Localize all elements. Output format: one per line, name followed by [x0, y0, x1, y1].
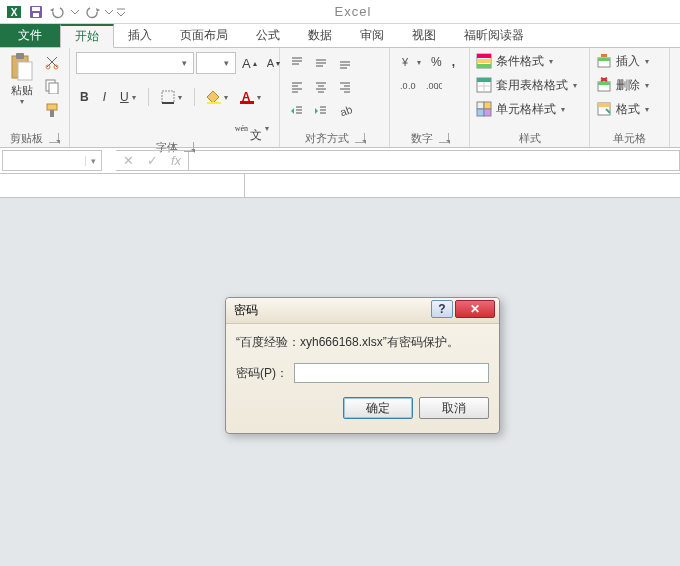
- svg-rect-4: [33, 13, 39, 17]
- enter-formula-icon[interactable]: ✓: [140, 153, 164, 168]
- percent-button[interactable]: %: [427, 52, 446, 72]
- format-as-table-button[interactable]: 套用表格格式▾: [474, 74, 579, 96]
- redo-icon[interactable]: [82, 2, 102, 22]
- svg-rect-66: [601, 54, 607, 57]
- formula-bar-extension: [0, 174, 680, 198]
- format-cells-button[interactable]: 格式▾: [594, 98, 651, 120]
- increase-decimal-icon[interactable]: .0.00: [396, 76, 420, 96]
- name-box[interactable]: ▾: [2, 150, 102, 171]
- font-name-combo[interactable]: ▾: [76, 52, 194, 74]
- qat-customize-icon[interactable]: [116, 2, 126, 22]
- tab-data[interactable]: 数据: [294, 24, 346, 47]
- dialog-close-icon[interactable]: ✕: [455, 300, 495, 318]
- formula-bar-buttons: ✕ ✓ fx: [116, 150, 189, 171]
- number-launcher-icon[interactable]: [439, 133, 449, 143]
- font-size-combo[interactable]: ▾: [196, 52, 236, 74]
- tab-review[interactable]: 审阅: [346, 24, 398, 47]
- delete-cells-button[interactable]: 删除▾: [594, 74, 651, 96]
- svg-rect-18: [240, 101, 254, 104]
- svg-rect-17: [207, 102, 221, 104]
- align-top-icon[interactable]: [286, 52, 308, 74]
- bold-button[interactable]: B: [76, 87, 93, 107]
- align-right-icon[interactable]: [334, 76, 356, 98]
- increase-indent-icon[interactable]: [310, 100, 332, 122]
- svg-rect-57: [477, 78, 491, 82]
- insert-cells-button[interactable]: 插入▾: [594, 50, 651, 72]
- format-painter-icon[interactable]: [42, 100, 62, 120]
- group-styles-label: 样式: [519, 131, 541, 145]
- undo-icon[interactable]: [48, 2, 68, 22]
- border-button[interactable]: ▾: [157, 87, 186, 107]
- comma-style-icon[interactable]: ,: [448, 52, 459, 72]
- tab-insert[interactable]: 插入: [114, 24, 166, 47]
- underline-button[interactable]: U▾: [116, 87, 140, 107]
- password-field-label: 密码(P)：: [236, 365, 288, 382]
- cancel-button[interactable]: 取消: [419, 397, 489, 419]
- italic-button[interactable]: I: [99, 87, 110, 107]
- dialog-title-bar[interactable]: 密码 ? ✕: [226, 298, 499, 324]
- cancel-formula-icon[interactable]: ✕: [116, 153, 140, 168]
- group-number: ¥▾ % , .0.00 .00.0 数字: [390, 48, 470, 147]
- svg-rect-63: [484, 109, 491, 116]
- save-icon[interactable]: [26, 2, 46, 22]
- group-clipboard: 粘贴▾ 剪贴板: [0, 48, 70, 147]
- svg-rect-62: [477, 109, 484, 116]
- alignment-launcher-icon[interactable]: [355, 133, 365, 143]
- title-bar: X Excel: [0, 0, 680, 24]
- align-bottom-icon[interactable]: [334, 52, 356, 74]
- svg-rect-61: [484, 102, 491, 109]
- name-box-dropdown-icon[interactable]: ▾: [85, 156, 101, 166]
- clipboard-launcher-icon[interactable]: [49, 133, 59, 143]
- svg-rect-14: [50, 110, 54, 117]
- insert-function-icon[interactable]: fx: [164, 153, 188, 168]
- fill-color-button[interactable]: ▾: [203, 87, 232, 107]
- svg-rect-53: [477, 54, 491, 58]
- excel-icon: X: [4, 2, 24, 22]
- svg-text:.0: .0: [400, 81, 408, 91]
- conditional-formatting-button[interactable]: 条件格式▾: [474, 50, 555, 72]
- group-font: ▾ ▾ A▴ A▾ B I U▾ ▾ ▾ A▾ wén文▾ 字体: [70, 48, 280, 147]
- cut-icon[interactable]: [42, 52, 62, 72]
- formula-input[interactable]: [189, 150, 680, 171]
- tab-foxit[interactable]: 福昕阅读器: [450, 24, 538, 47]
- password-input[interactable]: [294, 363, 489, 383]
- decrease-indent-icon[interactable]: [286, 100, 308, 122]
- phonetic-button[interactable]: wén文▾: [231, 118, 273, 138]
- svg-rect-15: [162, 91, 174, 103]
- decrease-decimal-icon[interactable]: .00.0: [422, 76, 446, 96]
- tab-view[interactable]: 视图: [398, 24, 450, 47]
- group-clipboard-label: 剪贴板: [10, 131, 43, 145]
- increase-font-icon[interactable]: A▴: [238, 53, 261, 73]
- copy-icon[interactable]: [42, 76, 62, 96]
- cell-styles-button[interactable]: 单元格样式▾: [474, 98, 567, 120]
- accounting-format-icon[interactable]: ¥▾: [396, 52, 425, 72]
- group-number-label: 数字: [411, 131, 433, 145]
- font-color-button[interactable]: A▾: [238, 87, 266, 107]
- svg-rect-7: [16, 53, 24, 59]
- redo-dropdown-icon[interactable]: [104, 2, 114, 22]
- undo-dropdown-icon[interactable]: [70, 2, 80, 22]
- app-title: Excel: [126, 4, 680, 19]
- password-dialog: 密码 ? ✕ “百度经验：xyh666168.xlsx”有密码保护。 密码(P)…: [225, 297, 500, 434]
- group-alignment-label: 对齐方式: [305, 131, 349, 145]
- ok-button[interactable]: 确定: [343, 397, 413, 419]
- ribbon-tabs: 文件 开始 插入 页面布局 公式 数据 审阅 视图 福昕阅读器: [0, 24, 680, 48]
- font-launcher-icon[interactable]: [184, 142, 194, 152]
- orientation-icon[interactable]: ab: [334, 100, 356, 122]
- align-middle-icon[interactable]: [310, 52, 332, 74]
- align-left-icon[interactable]: [286, 76, 308, 98]
- svg-text:.0: .0: [436, 81, 442, 91]
- paste-button[interactable]: 粘贴▾: [4, 50, 40, 122]
- tab-file[interactable]: 文件: [0, 24, 60, 47]
- svg-rect-68: [598, 82, 610, 85]
- tab-formulas[interactable]: 公式: [242, 24, 294, 47]
- ribbon: 粘贴▾ 剪贴板 ▾ ▾ A▴ A▾ B I U▾ ▾: [0, 48, 680, 148]
- svg-rect-3: [32, 7, 40, 11]
- dialog-help-icon[interactable]: ?: [431, 300, 453, 318]
- align-center-icon[interactable]: [310, 76, 332, 98]
- group-cells: 插入▾ 删除▾ 格式▾ 单元格: [590, 48, 670, 147]
- svg-rect-65: [598, 58, 610, 61]
- svg-text:.00: .00: [408, 81, 416, 91]
- tab-home[interactable]: 开始: [60, 24, 114, 48]
- tab-page-layout[interactable]: 页面布局: [166, 24, 242, 47]
